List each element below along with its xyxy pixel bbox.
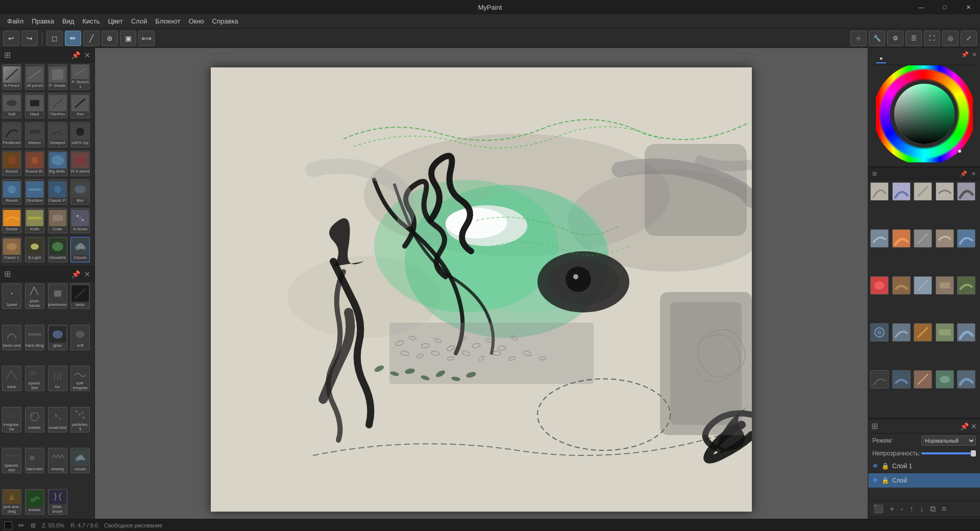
brush-panel2-close[interactable]: ✕ [84,270,90,278]
brush2-track[interactable]: track [2,366,21,391]
brush-clouds[interactable]: Clouds [70,237,90,262]
menu-item-правка[interactable]: Правка [28,15,58,27]
opacity-slider[interactable] [921,452,976,454]
color-wheel-tab[interactable]: ● [876,54,886,63]
brush2-pick-drag[interactable]: pick-and-drag [2,489,21,515]
brush-pen[interactable]: Pen [70,93,90,118]
maximize-button[interactable]: □ [933,0,957,14]
brush-p-sketch[interactable]: P. Sketch 1 [70,64,90,90]
preset-4[interactable] [936,182,954,201]
brush-pastel1[interactable]: Pastel 1 [2,237,21,262]
menu-item-файл[interactable]: Файл [3,15,28,27]
preset-7[interactable] [892,229,911,248]
preset-19[interactable] [936,323,954,342]
layer-down-button[interactable]: ↓ [918,503,926,515]
brush-soft[interactable]: Soft [2,93,21,118]
brush2-soft-irregular[interactable]: soft-irregular [70,366,90,391]
brush2-bubble[interactable]: bubble [25,407,44,432]
brush2-small-blot[interactable]: small-blot [48,407,67,432]
preset-6[interactable] [870,229,889,248]
color-close-icon[interactable]: ✕ [972,51,977,58]
brush-rs-blend[interactable]: R-S blend [70,151,90,176]
preset-25[interactable] [957,370,975,389]
layer-item-2[interactable]: 👁 🔒 Слой [868,473,980,488]
undo-button[interactable]: ↩ [3,31,19,46]
color-cursor[interactable] [958,149,962,153]
preset-16[interactable] [870,323,889,342]
preset-12[interactable] [892,276,911,295]
symmetry-button[interactable]: ⟺ [138,31,155,46]
layers-close[interactable]: ✕ [971,422,977,430]
layer-2-lock[interactable]: 🔒 [881,477,889,484]
preset-21[interactable] [870,370,889,389]
brush-classic-p[interactable]: Classic P. [48,179,67,205]
preset-13[interactable] [914,276,932,295]
brush2-particles5[interactable]: particles-5 [70,407,90,432]
brush-big-airbrush[interactable]: Big AirBr. [48,151,67,176]
preset-10[interactable] [957,229,975,248]
preset-14[interactable] [936,276,954,295]
preset-22[interactable] [892,370,911,389]
brush-crain[interactable]: Crain [48,208,67,233]
brush2-speed-blot[interactable]: speed-blot [25,366,44,391]
layers-pin[interactable]: 📌 [960,422,969,430]
brush-round1[interactable]: Round [2,151,21,176]
brush2-fur[interactable]: fur [48,366,67,391]
brush-hard[interactable]: Hard [25,93,44,118]
brush2-pixel-hands[interactable]: pixel-hands [25,283,44,309]
brush-p-shade[interactable]: P. Shade [48,64,67,90]
connect-button[interactable]: ⊹ [850,31,867,46]
brush-dnoise[interactable]: D.Noise [70,208,90,233]
redo-button[interactable]: ↪ [21,31,38,46]
brush-penbrush[interactable]: PenBrush [2,122,21,148]
mode-select[interactable]: Нормальный [921,436,976,446]
brush-smear[interactable]: Smear [2,208,21,233]
brush-round-bl[interactable]: Round Bl. [25,151,44,176]
preset-17[interactable] [892,323,911,342]
layer-2-eye[interactable]: 👁 [872,477,878,484]
canvas[interactable] [211,67,752,512]
brush-blight[interactable]: B.Light [25,237,44,262]
layer-delete-button[interactable]: - [898,503,905,515]
paint-button[interactable]: ✏ [65,31,81,46]
line-button[interactable]: ╱ [83,31,100,46]
brush-marker[interactable]: Marker [25,122,44,148]
layer-up-button[interactable]: ↑ [908,503,916,515]
menu-item-цвет[interactable]: Цвет [104,15,127,27]
settings-button[interactable]: ⚙ [887,31,903,46]
layer-merge-button[interactable]: ⬛ [871,503,886,515]
brush2-basic-one[interactable]: basic-one [2,325,21,350]
minimize-button[interactable]: — [910,0,933,14]
menu-button[interactable]: ☰ [905,31,922,46]
preset-8[interactable] [914,229,932,248]
brush-blur[interactable]: Blur [70,179,90,205]
brush-knife[interactable]: Knife [25,208,44,233]
brush2-glow[interactable]: glow [48,325,67,350]
layer-add-button[interactable]: + [888,503,896,515]
preset-3[interactable] [914,182,932,201]
brush-thinpen[interactable]: ThinPen [48,93,67,118]
menu-item-вид[interactable]: Вид [58,15,79,27]
timer-button[interactable]: ◎ [942,31,959,46]
preset-5[interactable] [957,182,975,201]
brush-delayed[interactable]: Delayed [48,122,67,148]
brush-presets-close[interactable]: ✕ [971,171,976,177]
brush2-clouds[interactable]: clouds [70,448,90,473]
brush2-leaves[interactable]: leaves [25,489,44,515]
brush-panel2-pin[interactable]: 📌 [71,270,80,278]
preset-18[interactable] [914,323,932,342]
preset-15[interactable] [957,276,975,295]
menu-item-блокнот[interactable]: Блокнот [151,15,184,27]
brush-direction[interactable]: Direction [25,179,44,205]
layer-1-lock[interactable]: 🔒 [881,463,889,470]
brush-panel-close[interactable]: ✕ [84,51,90,59]
preset-24[interactable] [936,370,954,389]
brush-wet-round[interactable]: Round [2,179,21,205]
eraser-button[interactable]: ◻ [46,31,63,46]
canvas-area[interactable] [95,48,868,531]
preset-1[interactable] [870,182,889,201]
brush2-dna-brush[interactable]: DNA-brush [48,489,67,515]
brush-glowairb[interactable]: GlowAirb [48,237,67,262]
preset-9[interactable] [936,229,954,248]
brush2-hard-blot[interactable]: hard-blot [25,448,44,473]
